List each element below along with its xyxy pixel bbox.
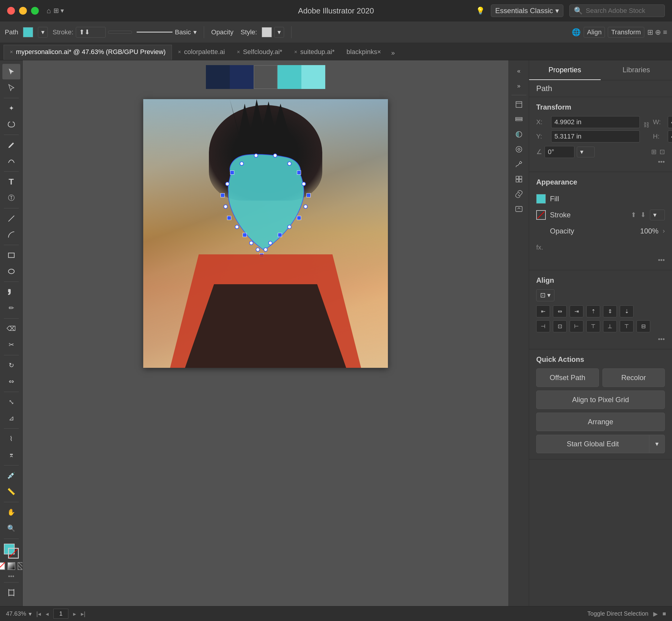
stroke-up-arrow[interactable]: ⬆ — [631, 211, 636, 219]
collapse-right-icon[interactable]: » — [511, 79, 527, 92]
play-btn[interactable]: ▶ — [653, 610, 658, 617]
maximize-button[interactable] — [31, 7, 39, 15]
search-input[interactable] — [586, 7, 660, 15]
offset-path-button[interactable]: Offset Path — [536, 368, 599, 387]
page-number-input[interactable] — [53, 609, 68, 619]
eyedropper-tool[interactable]: 💉 — [2, 468, 20, 483]
swatch-navy[interactable] — [230, 65, 254, 89]
magic-wand-tool[interactable]: ✦ — [2, 100, 20, 116]
tab-suitedup[interactable]: × suitedup.ai* — [288, 45, 341, 60]
stop-btn[interactable]: ■ — [663, 610, 666, 617]
zoom-tool[interactable]: 🔍 — [2, 521, 20, 536]
transform-options-icon[interactable]: ⊡ — [660, 148, 665, 156]
dist-center-v-btn[interactable]: ⊥ — [603, 320, 617, 332]
fx-label[interactable]: fx. — [536, 241, 543, 254]
workspace-icon[interactable]: ⊞ ▾ — [53, 7, 64, 15]
toolbar-more-icon[interactable]: ⊞ ⊕ ≡ — [647, 28, 667, 36]
appearance-more-btn[interactable]: ••• — [536, 256, 665, 264]
more-tools-btn[interactable]: ••• — [8, 573, 14, 580]
pencil-tool[interactable]: ✏ — [2, 300, 20, 316]
tab-close-icon-4[interactable]: × — [294, 49, 298, 55]
style-swatch[interactable] — [262, 27, 272, 37]
tab-selfcloudy[interactable]: × Selfcloudy.ai* — [231, 45, 288, 60]
scale-tool[interactable]: ⤡ — [2, 395, 20, 410]
start-global-edit-button[interactable]: Start Global Edit — [536, 435, 649, 453]
tab-mypersonalicon[interactable]: × mypersonalicon.ai* @ 47.63% (RGB/GPU P… — [4, 45, 172, 60]
swatch-teal[interactable] — [277, 65, 301, 89]
style-dropdown[interactable]: ▾ — [274, 27, 284, 38]
stroke-dropdown[interactable] — [108, 31, 132, 34]
rectangle-tool[interactable] — [2, 248, 20, 263]
touch-type-tool[interactable]: Ⓣ — [2, 190, 20, 206]
opacity-expand-arrow[interactable]: › — [663, 227, 665, 235]
embed-panel-icon[interactable] — [511, 202, 527, 216]
reflect-tool[interactable]: ⇔ — [2, 374, 20, 389]
tab-close-icon-2[interactable]: × — [178, 49, 181, 55]
appearance-panel-icon[interactable] — [511, 142, 527, 156]
dist-center-h-btn[interactable]: ⊡ — [553, 320, 567, 332]
stroke-swatch[interactable] — [8, 548, 19, 558]
next-page-btn[interactable]: ▸| — [81, 610, 85, 617]
align-left-btn[interactable]: ⇤ — [536, 305, 550, 317]
stroke-style-dropdown-icon[interactable]: ▾ — [193, 28, 197, 36]
canvas-area[interactable] — [23, 60, 508, 606]
stroke-weight-input[interactable]: ⬆⬇ — [76, 27, 106, 38]
tab-libraries[interactable]: Libraries — [601, 60, 672, 80]
align-to-dropdown[interactable]: ⊡ ▾ — [536, 289, 554, 301]
stroke-down-arrow[interactable]: ⬇ — [640, 211, 646, 219]
tabs-overflow-btn[interactable]: » — [387, 46, 399, 60]
dist-right-btn[interactable]: ⊢ — [570, 320, 583, 332]
layers-panel-icon[interactable] — [511, 113, 527, 126]
gradient-swatch[interactable] — [7, 562, 15, 570]
paintbrush-tool[interactable] — [2, 284, 20, 300]
measure-tool[interactable]: 📏 — [2, 484, 20, 499]
angle-input[interactable] — [545, 146, 574, 158]
direct-selection-tool[interactable] — [2, 80, 20, 95]
zoom-control[interactable]: 47.63% ▾ — [6, 610, 32, 617]
workspace-selector[interactable]: Essentials Classic ▾ — [491, 4, 564, 17]
transform-more-btn[interactable]: ••• — [536, 158, 665, 166]
transform-x-input[interactable] — [551, 116, 640, 128]
angle-dropdown[interactable]: ▾ — [577, 147, 595, 157]
eraser-tool[interactable]: ⌫ — [2, 321, 20, 336]
tab-close-icon[interactable]: × — [10, 49, 13, 55]
close-button[interactable] — [7, 7, 15, 15]
align-right-btn[interactable]: ⇥ — [570, 305, 583, 317]
light-bulb-icon[interactable]: 💡 — [476, 7, 485, 15]
home-icon[interactable]: ⌂ — [47, 7, 51, 15]
tab-properties[interactable]: Properties — [529, 60, 601, 80]
link-xy-icon[interactable]: ⛓ — [643, 122, 649, 128]
recolor-button[interactable]: Recolor — [602, 368, 665, 387]
type-tool[interactable]: T — [2, 174, 20, 190]
align-top-btn[interactable]: ⇡ — [586, 305, 600, 317]
align-bottom-btn[interactable]: ⇣ — [620, 305, 633, 317]
prev-page-btn[interactable]: |◂ — [36, 610, 41, 617]
brush-panel-icon[interactable] — [511, 157, 527, 171]
line-tool[interactable] — [2, 211, 20, 226]
ellipse-tool[interactable] — [2, 264, 20, 279]
collapse-left-icon[interactable]: « — [511, 64, 527, 78]
align-center-h-btn[interactable]: ⇔ — [553, 305, 567, 317]
curvature-tool[interactable] — [2, 154, 20, 169]
rotate-tool[interactable]: ↻ — [2, 358, 20, 373]
warp-tool[interactable]: ⌇ — [2, 431, 20, 447]
none-swatch[interactable] — [0, 562, 5, 570]
artboard-panel-icon[interactable] — [511, 98, 527, 111]
scissors-tool[interactable]: ✂ — [2, 337, 20, 353]
hand-tool[interactable]: ✋ — [2, 505, 20, 520]
stroke-color-box[interactable] — [536, 210, 546, 220]
arc-tool[interactable] — [2, 227, 20, 242]
shear-tool[interactable]: ⊿ — [2, 411, 20, 426]
reshape-tool[interactable]: ⌆ — [2, 447, 20, 463]
transform-dropdown[interactable]: Transform — [608, 27, 644, 38]
swatch-dark-navy[interactable] — [206, 65, 230, 89]
transform-y-input[interactable] — [551, 130, 640, 142]
dist-left-btn[interactable]: ⊣ — [536, 320, 550, 332]
symbols-panel-icon[interactable] — [511, 172, 527, 186]
minimize-button[interactable] — [19, 7, 27, 15]
pen-tool[interactable] — [2, 137, 20, 153]
selection-tool[interactable] — [2, 64, 20, 79]
swatch-light-teal[interactable] — [301, 65, 325, 89]
color-panel-icon[interactable] — [511, 127, 527, 141]
tab-close-icon-3[interactable]: × — [237, 49, 240, 55]
